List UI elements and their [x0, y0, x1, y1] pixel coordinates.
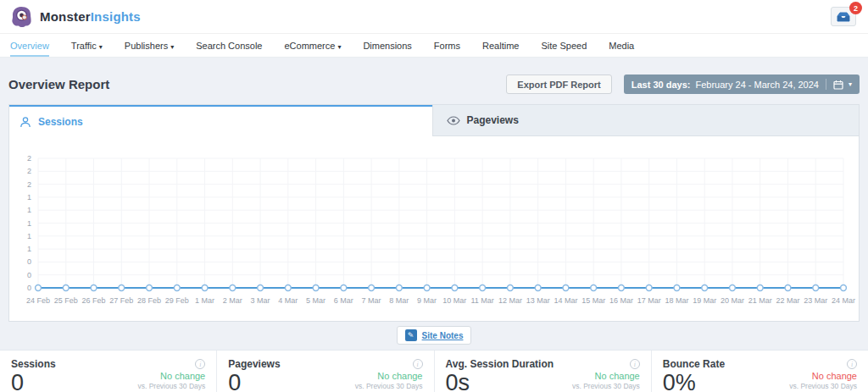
- nav-item-search-console[interactable]: Search Console: [196, 41, 262, 57]
- data-point-marker[interactable]: [313, 285, 319, 291]
- date-range-button[interactable]: Last 30 days: February 24 - March 24, 20…: [624, 75, 860, 94]
- data-point-marker[interactable]: [563, 285, 569, 291]
- person-icon: [19, 116, 31, 128]
- y-axis-tick: 0: [27, 284, 31, 292]
- stat-compare: vs. Previous 30 Days: [572, 382, 640, 390]
- data-point-marker[interactable]: [202, 285, 208, 291]
- info-icon[interactable]: i: [413, 359, 423, 369]
- data-point-marker[interactable]: [646, 285, 652, 291]
- data-point-marker[interactable]: [36, 285, 42, 291]
- x-axis-tick: 16 Mar: [609, 296, 633, 305]
- data-point-marker[interactable]: [424, 285, 430, 291]
- brand-monster: Monster: [40, 9, 91, 24]
- x-axis-tick: 23 Mar: [804, 296, 827, 305]
- monsterinsights-logo-icon: [10, 5, 33, 28]
- site-notes-row: ✎ Site Notes: [0, 322, 868, 350]
- data-point-marker[interactable]: [535, 285, 541, 291]
- data-point-marker[interactable]: [480, 285, 486, 291]
- x-axis-tick: 29 Feb: [165, 296, 189, 305]
- notifications-button[interactable]: 2: [831, 7, 856, 26]
- data-point-marker[interactable]: [341, 285, 347, 291]
- page-title: Overview Report: [8, 77, 109, 91]
- nav-item-publishers[interactable]: Publishers▾: [125, 41, 174, 57]
- x-axis-tick: 28 Feb: [137, 296, 161, 305]
- data-point-marker[interactable]: [507, 285, 513, 291]
- nav-item-overview[interactable]: Overview: [10, 41, 49, 57]
- stat-card-avg-session-duration: Avg. Session Durationi0sNo changevs. Pre…: [435, 351, 652, 392]
- data-point-marker[interactable]: [119, 285, 125, 291]
- data-point-marker[interactable]: [369, 285, 375, 291]
- data-point-marker[interactable]: [230, 285, 236, 291]
- chevron-down-icon: ▾: [170, 43, 174, 51]
- report-header: Overview Report Export PDF Report Last 3…: [0, 58, 868, 104]
- x-axis-tick: 8 Mar: [389, 296, 409, 305]
- x-axis-tick: 10 Mar: [442, 296, 466, 305]
- stat-compare: vs. Previous 30 Days: [355, 382, 423, 390]
- info-icon[interactable]: i: [630, 359, 640, 369]
- data-point-marker[interactable]: [285, 285, 291, 291]
- data-point-marker[interactable]: [174, 285, 180, 291]
- site-notes-label: Site Notes: [422, 331, 464, 340]
- export-pdf-button[interactable]: Export PDF Report: [506, 75, 611, 94]
- inbox-icon: [837, 12, 850, 22]
- nav-item-realtime[interactable]: Realtime: [482, 41, 519, 57]
- stat-label: Sessions: [11, 358, 56, 370]
- nav-item-dimensions[interactable]: Dimensions: [363, 41, 411, 57]
- data-point-marker[interactable]: [757, 285, 763, 291]
- data-point-marker[interactable]: [396, 285, 402, 291]
- tab-pageviews-label: Pageviews: [467, 114, 519, 126]
- x-axis-tick: 4 Mar: [278, 296, 298, 305]
- x-axis-tick: 19 Mar: [693, 296, 716, 305]
- x-axis-tick: 11 Mar: [470, 296, 493, 305]
- y-axis-tick: 2: [27, 180, 31, 189]
- data-point-marker[interactable]: [63, 285, 69, 291]
- notification-badge[interactable]: 2: [849, 2, 862, 14]
- tab-pageviews[interactable]: Pageviews: [432, 105, 860, 136]
- data-point-marker[interactable]: [730, 285, 736, 291]
- stat-label: Avg. Session Duration: [446, 358, 554, 370]
- y-axis-tick: 1: [27, 219, 31, 228]
- data-point-marker[interactable]: [841, 285, 847, 291]
- data-point-marker[interactable]: [785, 285, 791, 291]
- x-axis-tick: 17 Mar: [637, 296, 661, 305]
- nav-item-media[interactable]: Media: [609, 41, 634, 57]
- site-notes-button[interactable]: ✎ Site Notes: [397, 326, 472, 345]
- stat-value: 0s: [446, 371, 470, 392]
- x-axis-tick: 15 Mar: [581, 296, 605, 305]
- sessions-line-chart: 2221111100024 Feb25 Feb26 Feb27 Feb28 Fe…: [9, 136, 859, 321]
- tab-sessions-label: Sessions: [38, 116, 83, 128]
- data-point-marker[interactable]: [619, 285, 625, 291]
- data-point-marker[interactable]: [674, 285, 680, 291]
- data-point-marker[interactable]: [91, 285, 97, 291]
- chevron-down-icon: ▾: [849, 80, 852, 88]
- x-axis-tick: 20 Mar: [721, 296, 744, 305]
- data-point-marker[interactable]: [813, 285, 819, 291]
- y-axis-tick: 0: [27, 257, 31, 266]
- x-axis-tick: 26 Feb: [82, 296, 106, 305]
- nav-item-traffic[interactable]: Traffic▾: [71, 41, 103, 57]
- x-axis-tick: 21 Mar: [748, 296, 772, 305]
- info-icon[interactable]: i: [195, 359, 205, 369]
- nav-item-site-speed[interactable]: Site Speed: [541, 41, 587, 57]
- tab-sessions[interactable]: Sessions: [9, 105, 432, 136]
- data-point-marker[interactable]: [258, 285, 264, 291]
- nav-item-ecommerce[interactable]: eCommerce▾: [284, 41, 341, 57]
- nav-item-forms[interactable]: Forms: [434, 41, 460, 57]
- stat-change: No change: [572, 371, 640, 381]
- data-point-marker[interactable]: [591, 285, 597, 291]
- stat-change: No change: [137, 371, 205, 381]
- info-icon[interactable]: i: [847, 359, 857, 369]
- data-point-marker[interactable]: [702, 285, 708, 291]
- x-axis-tick: 25 Feb: [54, 296, 78, 305]
- data-point-marker[interactable]: [147, 285, 153, 291]
- stat-label: Bounce Rate: [663, 358, 725, 370]
- x-axis-tick: 7 Mar: [362, 296, 381, 305]
- x-axis-tick: 3 Mar: [251, 296, 270, 305]
- y-axis-tick: 1: [27, 245, 31, 253]
- stat-value: 0: [11, 371, 24, 392]
- data-point-marker[interactable]: [452, 285, 458, 291]
- chevron-down-icon: ▾: [99, 43, 103, 51]
- x-axis-tick: 24 Feb: [26, 296, 50, 305]
- eye-icon: [447, 116, 460, 125]
- y-axis-tick: 0: [27, 271, 31, 279]
